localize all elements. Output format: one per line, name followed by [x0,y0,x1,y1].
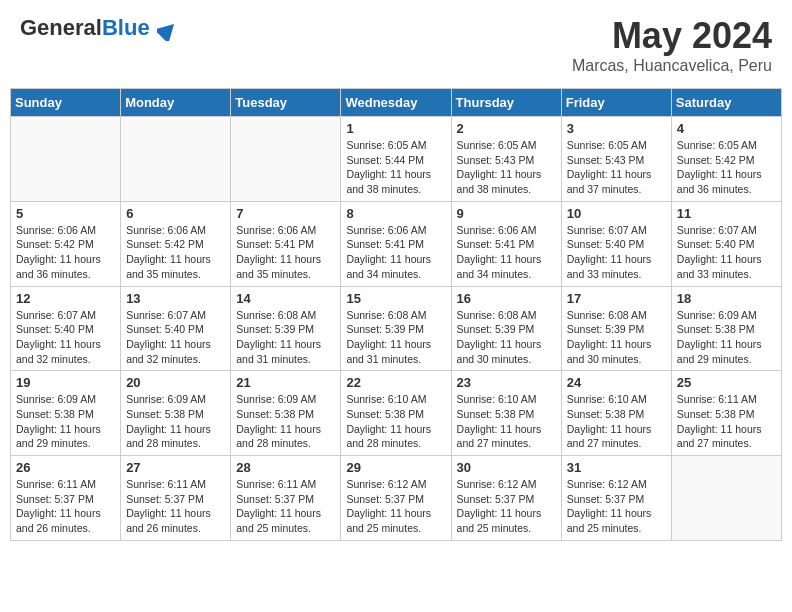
day-info: Sunrise: 6:12 AM Sunset: 5:37 PM Dayligh… [457,477,556,536]
day-info: Sunrise: 6:11 AM Sunset: 5:37 PM Dayligh… [16,477,115,536]
day-number: 1 [346,121,445,136]
day-info: Sunrise: 6:07 AM Sunset: 5:40 PM Dayligh… [126,308,225,367]
logo-triangle-icon [157,21,177,41]
col-friday: Friday [561,89,671,117]
day-info: Sunrise: 6:12 AM Sunset: 5:37 PM Dayligh… [567,477,666,536]
day-number: 10 [567,206,666,221]
day-number: 11 [677,206,776,221]
day-info: Sunrise: 6:09 AM Sunset: 5:38 PM Dayligh… [16,392,115,451]
table-row: 8Sunrise: 6:06 AM Sunset: 5:41 PM Daylig… [341,201,451,286]
day-info: Sunrise: 6:08 AM Sunset: 5:39 PM Dayligh… [457,308,556,367]
table-row: 20Sunrise: 6:09 AM Sunset: 5:38 PM Dayli… [121,371,231,456]
col-tuesday: Tuesday [231,89,341,117]
col-wednesday: Wednesday [341,89,451,117]
day-info: Sunrise: 6:08 AM Sunset: 5:39 PM Dayligh… [236,308,335,367]
day-info: Sunrise: 6:09 AM Sunset: 5:38 PM Dayligh… [236,392,335,451]
day-number: 4 [677,121,776,136]
table-row [671,456,781,541]
day-info: Sunrise: 6:10 AM Sunset: 5:38 PM Dayligh… [567,392,666,451]
table-row [231,117,341,202]
day-number: 6 [126,206,225,221]
day-number: 29 [346,460,445,475]
day-info: Sunrise: 6:09 AM Sunset: 5:38 PM Dayligh… [677,308,776,367]
day-number: 24 [567,375,666,390]
day-number: 17 [567,291,666,306]
day-number: 7 [236,206,335,221]
table-row: 2Sunrise: 6:05 AM Sunset: 5:43 PM Daylig… [451,117,561,202]
table-row: 10Sunrise: 6:07 AM Sunset: 5:40 PM Dayli… [561,201,671,286]
day-number: 12 [16,291,115,306]
day-info: Sunrise: 6:08 AM Sunset: 5:39 PM Dayligh… [346,308,445,367]
calendar-week-row: 12Sunrise: 6:07 AM Sunset: 5:40 PM Dayli… [11,286,782,371]
day-info: Sunrise: 6:11 AM Sunset: 5:38 PM Dayligh… [677,392,776,451]
table-row: 21Sunrise: 6:09 AM Sunset: 5:38 PM Dayli… [231,371,341,456]
table-row: 25Sunrise: 6:11 AM Sunset: 5:38 PM Dayli… [671,371,781,456]
day-number: 31 [567,460,666,475]
day-number: 3 [567,121,666,136]
logo: GeneralBlue [20,15,177,41]
day-info: Sunrise: 6:12 AM Sunset: 5:37 PM Dayligh… [346,477,445,536]
table-row: 17Sunrise: 6:08 AM Sunset: 5:39 PM Dayli… [561,286,671,371]
day-number: 22 [346,375,445,390]
table-row: 31Sunrise: 6:12 AM Sunset: 5:37 PM Dayli… [561,456,671,541]
location-text: Marcas, Huancavelica, Peru [572,57,772,75]
day-info: Sunrise: 6:06 AM Sunset: 5:42 PM Dayligh… [126,223,225,282]
table-row: 19Sunrise: 6:09 AM Sunset: 5:38 PM Dayli… [11,371,121,456]
day-number: 14 [236,291,335,306]
table-row: 13Sunrise: 6:07 AM Sunset: 5:40 PM Dayli… [121,286,231,371]
day-number: 19 [16,375,115,390]
col-saturday: Saturday [671,89,781,117]
table-row: 12Sunrise: 6:07 AM Sunset: 5:40 PM Dayli… [11,286,121,371]
table-row: 7Sunrise: 6:06 AM Sunset: 5:41 PM Daylig… [231,201,341,286]
table-row: 23Sunrise: 6:10 AM Sunset: 5:38 PM Dayli… [451,371,561,456]
table-row: 26Sunrise: 6:11 AM Sunset: 5:37 PM Dayli… [11,456,121,541]
calendar-week-row: 5Sunrise: 6:06 AM Sunset: 5:42 PM Daylig… [11,201,782,286]
month-title: May 2024 [572,15,772,57]
col-sunday: Sunday [11,89,121,117]
table-row: 18Sunrise: 6:09 AM Sunset: 5:38 PM Dayli… [671,286,781,371]
calendar-week-row: 1Sunrise: 6:05 AM Sunset: 5:44 PM Daylig… [11,117,782,202]
day-info: Sunrise: 6:10 AM Sunset: 5:38 PM Dayligh… [346,392,445,451]
calendar-week-row: 19Sunrise: 6:09 AM Sunset: 5:38 PM Dayli… [11,371,782,456]
col-thursday: Thursday [451,89,561,117]
day-number: 28 [236,460,335,475]
day-number: 25 [677,375,776,390]
table-row: 15Sunrise: 6:08 AM Sunset: 5:39 PM Dayli… [341,286,451,371]
day-number: 8 [346,206,445,221]
table-row: 14Sunrise: 6:08 AM Sunset: 5:39 PM Dayli… [231,286,341,371]
day-number: 9 [457,206,556,221]
day-info: Sunrise: 6:10 AM Sunset: 5:38 PM Dayligh… [457,392,556,451]
day-info: Sunrise: 6:06 AM Sunset: 5:41 PM Dayligh… [236,223,335,282]
day-number: 27 [126,460,225,475]
day-info: Sunrise: 6:05 AM Sunset: 5:44 PM Dayligh… [346,138,445,197]
day-info: Sunrise: 6:06 AM Sunset: 5:42 PM Dayligh… [16,223,115,282]
day-info: Sunrise: 6:11 AM Sunset: 5:37 PM Dayligh… [236,477,335,536]
day-info: Sunrise: 6:07 AM Sunset: 5:40 PM Dayligh… [567,223,666,282]
svg-marker-0 [157,21,177,41]
day-number: 2 [457,121,556,136]
col-monday: Monday [121,89,231,117]
table-row: 27Sunrise: 6:11 AM Sunset: 5:37 PM Dayli… [121,456,231,541]
day-number: 23 [457,375,556,390]
table-row: 30Sunrise: 6:12 AM Sunset: 5:37 PM Dayli… [451,456,561,541]
table-row: 9Sunrise: 6:06 AM Sunset: 5:41 PM Daylig… [451,201,561,286]
day-number: 26 [16,460,115,475]
table-row: 11Sunrise: 6:07 AM Sunset: 5:40 PM Dayli… [671,201,781,286]
day-number: 21 [236,375,335,390]
day-number: 20 [126,375,225,390]
calendar-week-row: 26Sunrise: 6:11 AM Sunset: 5:37 PM Dayli… [11,456,782,541]
day-info: Sunrise: 6:11 AM Sunset: 5:37 PM Dayligh… [126,477,225,536]
day-info: Sunrise: 6:06 AM Sunset: 5:41 PM Dayligh… [457,223,556,282]
table-row: 24Sunrise: 6:10 AM Sunset: 5:38 PM Dayli… [561,371,671,456]
table-row: 1Sunrise: 6:05 AM Sunset: 5:44 PM Daylig… [341,117,451,202]
logo-blue-text: Blue [102,15,150,40]
day-number: 18 [677,291,776,306]
day-number: 5 [16,206,115,221]
logo-general-text: General [20,15,102,40]
day-info: Sunrise: 6:07 AM Sunset: 5:40 PM Dayligh… [16,308,115,367]
calendar-header-row: Sunday Monday Tuesday Wednesday Thursday… [11,89,782,117]
day-number: 30 [457,460,556,475]
title-block: May 2024 Marcas, Huancavelica, Peru [572,15,772,75]
table-row: 16Sunrise: 6:08 AM Sunset: 5:39 PM Dayli… [451,286,561,371]
table-row: 5Sunrise: 6:06 AM Sunset: 5:42 PM Daylig… [11,201,121,286]
